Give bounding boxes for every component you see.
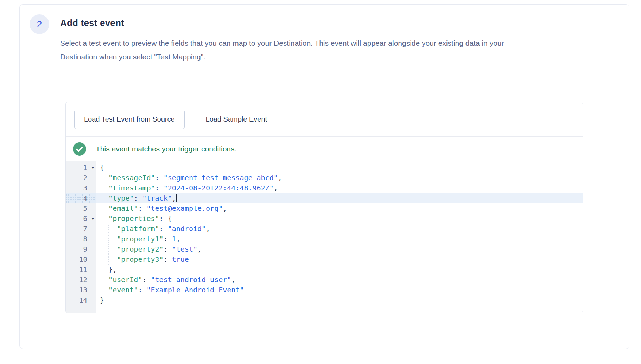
load-test-event-button[interactable]: Load Test Event from Source <box>74 110 185 129</box>
editor-line[interactable]: 14} <box>66 295 583 305</box>
fold-arrow-icon[interactable]: ▾ <box>91 163 94 173</box>
editor-line[interactable]: 1▾{ <box>66 163 583 173</box>
line-number[interactable]: 8 <box>66 234 96 244</box>
trigger-match-status: This event matches your trigger conditio… <box>66 137 583 161</box>
code-line[interactable]: "property1": 1, <box>96 234 583 244</box>
code-line[interactable]: "email": "test@example.org", <box>96 203 583 214</box>
line-number[interactable]: 3 <box>66 183 96 193</box>
line-number[interactable]: 9 <box>66 244 96 254</box>
code-line[interactable]: "properties": { <box>96 214 583 224</box>
code-line[interactable]: "platform": "android", <box>96 224 583 234</box>
code-editor[interactable]: 1▾{2 "messageId": "segment-test-message-… <box>66 161 583 313</box>
code-line[interactable]: "property3": true <box>96 254 583 265</box>
editor-line[interactable]: 7 "platform": "android", <box>66 224 583 234</box>
code-line[interactable]: "messageId": "segment-test-message-abcd"… <box>96 173 583 183</box>
step-number-badge: 2 <box>30 14 49 34</box>
code-line[interactable]: "timestamp": "2024-08-20T22:44:48.962Z", <box>96 183 583 193</box>
line-number[interactable]: 14 <box>66 295 96 305</box>
line-number[interactable]: 1▾ <box>66 163 96 173</box>
editor-line[interactable]: 3 "timestamp": "2024-08-20T22:44:48.962Z… <box>66 183 583 193</box>
editor-line[interactable]: 2 "messageId": "segment-test-message-abc… <box>66 173 583 183</box>
editor-line[interactable]: 5 "email": "test@example.org", <box>66 203 583 214</box>
step-description: Select a test event to preview the field… <box>60 36 539 64</box>
code-line[interactable]: "property2": "test", <box>96 244 583 254</box>
add-test-event-card: 2 Add test event Select a test event to … <box>19 4 629 349</box>
fold-arrow-icon[interactable]: ▾ <box>91 214 94 224</box>
text-cursor <box>176 194 177 202</box>
load-sample-event-button[interactable]: Load Sample Event <box>206 115 267 123</box>
event-source-toolbar: Load Test Event from Source Load Sample … <box>66 102 583 137</box>
page-title: Add test event <box>60 18 539 28</box>
code-line[interactable]: "event": "Example Android Event" <box>96 285 583 295</box>
editor-line[interactable]: 12 "userId": "test-android-user", <box>66 275 583 285</box>
editor-line[interactable]: 13 "event": "Example Android Event" <box>66 285 583 295</box>
code-line[interactable]: "type": "track", <box>96 193 583 203</box>
editor-line[interactable]: 9 "property2": "test", <box>66 244 583 254</box>
line-number[interactable]: 10 <box>66 254 96 265</box>
line-number[interactable]: 2 <box>66 173 96 183</box>
editor-line[interactable]: 11 }, <box>66 265 583 275</box>
step-header: 2 Add test event Select a test event to … <box>20 5 629 76</box>
line-number[interactable]: 4 <box>66 193 96 203</box>
trigger-match-message: This event matches your trigger conditio… <box>96 145 236 153</box>
line-number[interactable]: 5 <box>66 203 96 214</box>
line-number[interactable]: 11 <box>66 265 96 275</box>
test-event-panel: Load Test Event from Source Load Sample … <box>65 102 583 313</box>
code-line[interactable]: } <box>96 295 583 305</box>
line-number[interactable]: 12 <box>66 275 96 285</box>
line-number[interactable]: 7 <box>66 224 96 234</box>
code-line[interactable]: "userId": "test-android-user", <box>96 275 583 285</box>
code-line[interactable]: }, <box>96 265 583 275</box>
editor-line[interactable]: 6▾ "properties": { <box>66 214 583 224</box>
line-number[interactable]: 6▾ <box>66 214 96 224</box>
editor-line[interactable]: 4 "type": "track", <box>66 193 583 203</box>
code-line[interactable]: { <box>96 163 583 173</box>
editor-line[interactable]: 8 "property1": 1, <box>66 234 583 244</box>
step-header-text: Add test event Select a test event to pr… <box>60 14 539 64</box>
line-number[interactable]: 13 <box>66 285 96 295</box>
editor-line[interactable]: 10 "property3": true <box>66 254 583 265</box>
check-circle-icon <box>73 142 86 156</box>
